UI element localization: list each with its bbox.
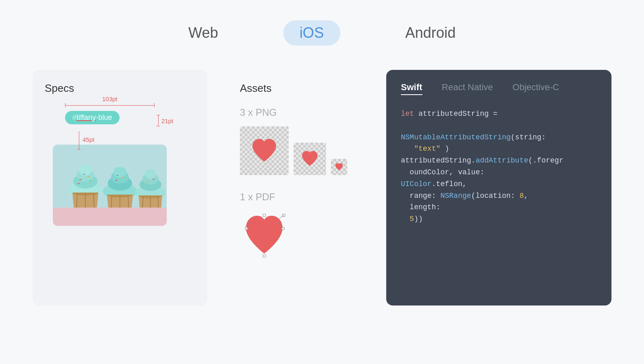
svg-rect-19 (115, 180, 117, 181)
code-line-3: "text" ) (401, 143, 597, 155)
tab-react-native[interactable]: React Native (442, 82, 493, 95)
assets-title: Assets (240, 82, 354, 95)
code-line-5: oundColor, value: (401, 167, 597, 178)
tab-web[interactable]: Web (172, 20, 234, 46)
png-label: 3 x PNG (240, 107, 354, 118)
string-text: "text" (414, 145, 440, 153)
code-line-9: 5)) (401, 213, 597, 225)
keyword-let: let (401, 110, 414, 118)
specs-image (53, 145, 167, 226)
main-content: Specs 103pt (0, 70, 644, 306)
color-pill: #tiffany-blue (65, 111, 120, 124)
svg-rect-8 (83, 174, 85, 175)
tab-android[interactable]: Android (389, 20, 472, 46)
code-plain-5: .teflon, (432, 180, 467, 188)
svg-rect-39 (263, 214, 265, 217)
svg-rect-35 (53, 208, 167, 226)
svg-rect-20 (122, 177, 124, 178)
fn-nsrange: NSRange (440, 192, 471, 200)
specs-panel: Specs 103pt (33, 70, 207, 306)
svg-point-18 (113, 167, 126, 178)
code-indent-1 (401, 145, 410, 153)
num-8: 8 (520, 192, 524, 200)
spacing-label: 45pt (83, 136, 94, 143)
svg-point-29 (145, 169, 156, 179)
code-plain-4: oundColor, value: (401, 168, 484, 176)
code-line-7: range: NSRange(location: 8, (401, 190, 597, 202)
specs-title: Specs (45, 82, 195, 95)
png-section: 3 x PNG (240, 107, 354, 175)
svg-rect-9 (89, 180, 91, 181)
heart-large (250, 138, 278, 164)
num-5: 5 (401, 215, 414, 223)
png-large[interactable] (240, 126, 289, 175)
fn-addattr: addAttribute (476, 156, 529, 165)
svg-rect-30 (146, 181, 148, 182)
code-line-8: length: (401, 202, 597, 213)
svg-rect-6 (79, 179, 82, 180)
pdf-section: 1 x PDF (240, 191, 354, 256)
svg-rect-7 (87, 176, 89, 177)
svg-rect-38 (263, 255, 265, 257)
code-line-6: UIColor.teflon, (401, 178, 597, 190)
code-panel: Swift React Native Objective-C let attri… (386, 70, 611, 306)
code-plain-7: (location: (471, 192, 520, 200)
code-plain-2: ) (445, 145, 449, 153)
pdf-heart (240, 211, 293, 260)
code-line-4: attributedString.addAttribute(.foregr (401, 155, 597, 167)
height-label: 21pt (161, 117, 173, 124)
pdf-container[interactable] (240, 211, 289, 256)
fn-nsmutable: NSMutableAttributedString (401, 133, 511, 141)
png-small[interactable] (331, 159, 347, 175)
svg-point-5 (79, 165, 92, 176)
heart-medium (300, 150, 319, 167)
code-plain-6: range: (401, 192, 440, 200)
var-attributed: attributedString. (401, 156, 476, 165)
var-name: attributedString = (418, 110, 497, 118)
code-block: let attributedString = NSMutableAttribut… (401, 108, 597, 225)
svg-rect-21 (117, 175, 118, 176)
code-plain-10: )) (414, 215, 423, 223)
code-plain-9: length: (401, 203, 440, 211)
code-plain-3: (.foregr (528, 156, 563, 165)
tab-objective-c[interactable]: Objective-C (513, 82, 559, 95)
tab-swift[interactable]: Swift (401, 82, 422, 95)
code-line-2: NSMutableAttributedString(string: (401, 132, 597, 143)
platform-nav: Web iOS Android (0, 0, 644, 70)
code-plain-1: (string: (511, 133, 546, 141)
assets-panel: Assets 3 x PNG (232, 70, 362, 306)
svg-rect-31 (152, 179, 154, 180)
code-line-1: let attributedString = (401, 108, 597, 120)
png-medium[interactable] (294, 143, 326, 175)
pdf-label: 1 x PDF (240, 191, 354, 203)
cupcake-illustration (53, 145, 167, 226)
code-tabs: Swift React Native Objective-C (401, 82, 597, 95)
color-hash: # (72, 113, 76, 122)
svg-line-43 (278, 215, 284, 219)
code-line-blank (401, 120, 597, 132)
fn-uicolor: UIColor (401, 180, 432, 188)
code-plain-8: , (524, 192, 528, 200)
svg-rect-10 (77, 183, 80, 184)
color-name-underline: tiffany (76, 113, 96, 122)
heart-small (335, 163, 344, 171)
tab-ios[interactable]: iOS (283, 20, 340, 46)
color-name-rest: -blue (96, 113, 112, 122)
width-label: 103pt (102, 95, 117, 102)
png-row (240, 126, 354, 175)
